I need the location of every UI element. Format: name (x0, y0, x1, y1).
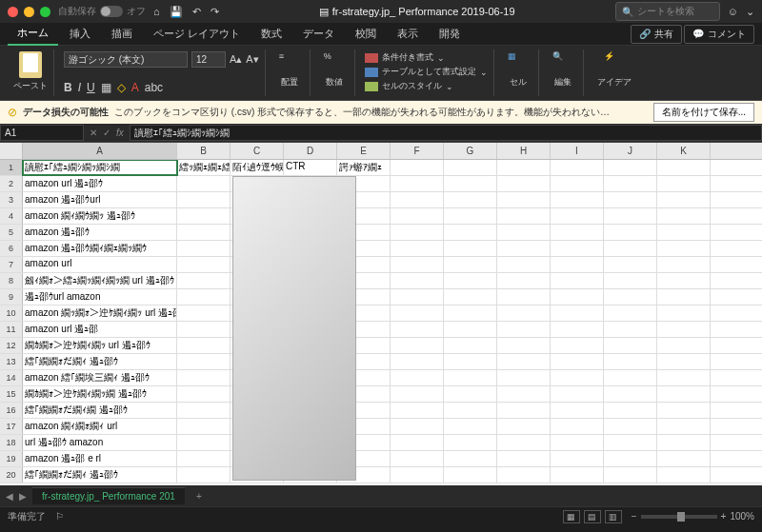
row-header[interactable]: 17 (0, 419, 23, 434)
cell[interactable] (497, 289, 551, 305)
cell[interactable] (551, 403, 604, 418)
cell[interactable] (657, 160, 711, 175)
cell[interactable] (391, 338, 444, 353)
col-header-e[interactable]: E (337, 143, 391, 159)
cell[interactable] (444, 386, 497, 402)
cell[interactable] (551, 289, 604, 305)
tab-draw[interactable]: 描画 (102, 23, 142, 45)
cell[interactable]: amazon 遏ｭ邵ｳ (23, 225, 177, 240)
name-box[interactable] (0, 125, 84, 141)
cell[interactable] (497, 241, 551, 256)
row-header[interactable]: 5 (0, 225, 23, 240)
cell[interactable] (551, 419, 604, 434)
cell[interactable] (604, 419, 657, 434)
cell-styles-button[interactable]: セルのスタイル ⌄ (365, 80, 488, 92)
cell[interactable] (604, 354, 657, 369)
cell[interactable] (497, 467, 551, 483)
number-format-button[interactable]: % 数値 (320, 51, 349, 89)
phonetic-button[interactable]: abc (145, 81, 163, 94)
cell[interactable]: 陌ｲ遉ｳ逕ｳ蜈 (231, 160, 284, 175)
row-header[interactable]: 12 (0, 338, 23, 353)
cell[interactable] (391, 386, 444, 402)
cell[interactable] (177, 467, 231, 483)
cell[interactable] (657, 419, 711, 434)
ribbon-options-icon[interactable]: ⌄ (746, 6, 754, 18)
redo-icon[interactable]: ↷ (211, 6, 219, 18)
cell[interactable] (604, 257, 657, 272)
cell[interactable] (657, 208, 711, 224)
cell[interactable] (657, 370, 711, 385)
comment-button[interactable]: 💬 コメント (684, 25, 754, 44)
cell[interactable] (657, 451, 711, 466)
cell[interactable] (604, 241, 657, 256)
cell[interactable]: CTR (284, 160, 337, 175)
cell[interactable] (177, 419, 231, 434)
cell[interactable] (444, 289, 497, 305)
col-header-f[interactable]: F (391, 143, 444, 159)
row-header[interactable]: 16 (0, 403, 23, 418)
tab-formulas[interactable]: 数式 (251, 23, 291, 45)
cell[interactable] (551, 435, 604, 450)
font-name-select[interactable] (64, 51, 188, 68)
spreadsheet-grid[interactable]: A B C D E F G H I J K 1讀慰ｴ｢繧ｭ繝ｼ繝ｯ繝ｼ繝繧ｯ繝ｪ… (0, 143, 762, 485)
cell[interactable] (391, 289, 444, 305)
font-color-button[interactable]: A (131, 81, 139, 94)
cell[interactable] (177, 208, 231, 224)
cell[interactable] (657, 354, 711, 369)
zoom-percent[interactable]: 100% (730, 511, 754, 522)
cell[interactable] (391, 370, 444, 385)
cell[interactable] (551, 208, 604, 224)
cell[interactable] (177, 289, 231, 305)
cell[interactable] (551, 354, 604, 369)
accessibility-icon[interactable]: ⚐ (55, 511, 64, 522)
cell[interactable]: amazon 繝ｨ繝ｫ繝ｨ url (23, 419, 177, 434)
cell[interactable] (551, 176, 604, 191)
cell[interactable] (444, 257, 497, 272)
cell[interactable] (177, 225, 231, 240)
cell[interactable] (551, 370, 604, 385)
cell[interactable] (657, 257, 711, 272)
cell[interactable] (657, 241, 711, 256)
cell[interactable] (177, 305, 231, 321)
cell[interactable] (391, 322, 444, 337)
cell[interactable] (551, 386, 604, 402)
underline-button[interactable]: U (87, 81, 95, 94)
row-header[interactable]: 3 (0, 192, 23, 207)
cell[interactable] (604, 403, 657, 418)
cell[interactable] (551, 451, 604, 466)
cell[interactable] (444, 176, 497, 191)
cell[interactable] (551, 338, 604, 353)
cell[interactable] (657, 435, 711, 450)
cell[interactable] (551, 192, 604, 207)
cell[interactable] (391, 435, 444, 450)
autosave-toggle[interactable]: 自動保存 オフ (58, 5, 146, 18)
cell[interactable] (497, 176, 551, 191)
embedded-image[interactable] (232, 176, 356, 481)
col-header-a[interactable]: A (23, 143, 177, 159)
cell[interactable] (391, 305, 444, 321)
cell[interactable] (497, 354, 551, 369)
cell[interactable] (444, 354, 497, 369)
cell[interactable] (391, 403, 444, 418)
cell[interactable]: 遏ｭ邵ｳurl amazon (23, 289, 177, 305)
cell[interactable] (604, 386, 657, 402)
tab-developer[interactable]: 開発 (430, 23, 470, 45)
cell[interactable] (497, 451, 551, 466)
maximize-window-button[interactable] (40, 7, 50, 17)
row-header[interactable]: 9 (0, 289, 23, 305)
cell[interactable] (657, 386, 711, 402)
cell[interactable] (497, 208, 551, 224)
row-header[interactable]: 7 (0, 257, 23, 272)
bold-button[interactable]: B (64, 81, 72, 94)
cell[interactable] (444, 208, 497, 224)
cell[interactable] (657, 467, 711, 483)
cell[interactable] (604, 160, 657, 175)
cell[interactable] (444, 451, 497, 466)
page-break-view-button[interactable]: ▥ (605, 510, 622, 523)
cancel-formula-icon[interactable]: ✕ (90, 128, 97, 138)
cell[interactable]: amazon url (23, 257, 177, 272)
cell[interactable] (657, 176, 711, 191)
cell[interactable] (604, 467, 657, 483)
conditional-format-button[interactable]: 条件付き書式 ⌄ (365, 51, 488, 64)
cell[interactable] (177, 403, 231, 418)
